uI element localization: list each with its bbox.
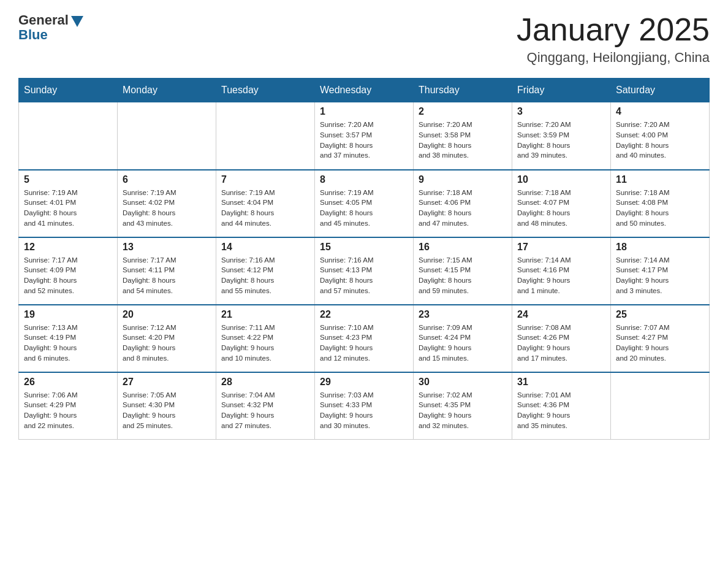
calendar-header-row: SundayMondayTuesdayWednesdayThursdayFrid… [19,79,710,102]
day-number: 31 [517,377,605,388]
day-number: 2 [419,106,507,117]
calendar-cell [216,102,315,170]
day-info: Sunrise: 7:10 AM Sunset: 4:23 PM Dayligh… [320,323,408,364]
weekday-header-tuesday: Tuesday [216,79,315,102]
day-info: Sunrise: 7:20 AM Sunset: 3:59 PM Dayligh… [517,120,605,161]
day-number: 25 [616,309,704,320]
calendar-cell: 15Sunrise: 7:16 AM Sunset: 4:13 PM Dayli… [315,237,414,305]
calendar-week-row: 12Sunrise: 7:17 AM Sunset: 4:09 PM Dayli… [19,237,710,305]
day-number: 12 [24,242,112,253]
day-number: 29 [320,377,408,388]
calendar-table: SundayMondayTuesdayWednesdayThursdayFrid… [18,78,710,440]
day-number: 20 [123,309,211,320]
weekday-header-friday: Friday [512,79,611,102]
logo-blue-text: Blue [18,27,48,43]
day-number: 10 [517,174,605,185]
day-info: Sunrise: 7:20 AM Sunset: 3:58 PM Dayligh… [419,120,507,161]
day-info: Sunrise: 7:14 AM Sunset: 4:17 PM Dayligh… [616,255,704,296]
day-number: 11 [616,174,704,185]
day-info: Sunrise: 7:04 AM Sunset: 4:32 PM Dayligh… [221,390,309,431]
day-number: 17 [517,242,605,253]
calendar-cell: 4Sunrise: 7:20 AM Sunset: 4:00 PM Daylig… [611,102,710,170]
day-info: Sunrise: 7:07 AM Sunset: 4:27 PM Dayligh… [616,323,704,364]
day-number: 4 [616,106,704,117]
page-header: General Blue January 2025 Qinggang, Heil… [18,12,710,66]
day-info: Sunrise: 7:03 AM Sunset: 4:33 PM Dayligh… [320,390,408,431]
day-info: Sunrise: 7:18 AM Sunset: 4:07 PM Dayligh… [517,188,605,229]
calendar-cell: 1Sunrise: 7:20 AM Sunset: 3:57 PM Daylig… [315,102,414,170]
day-info: Sunrise: 7:19 AM Sunset: 4:04 PM Dayligh… [221,188,309,229]
day-number: 9 [419,174,507,185]
logo-general-text: General [18,12,69,28]
calendar-cell: 7Sunrise: 7:19 AM Sunset: 4:04 PM Daylig… [216,170,315,237]
calendar-week-row: 5Sunrise: 7:19 AM Sunset: 4:01 PM Daylig… [19,170,710,237]
day-number: 23 [419,309,507,320]
calendar-cell: 31Sunrise: 7:01 AM Sunset: 4:36 PM Dayli… [512,372,611,440]
calendar-cell: 12Sunrise: 7:17 AM Sunset: 4:09 PM Dayli… [19,237,118,305]
day-info: Sunrise: 7:13 AM Sunset: 4:19 PM Dayligh… [24,323,112,364]
day-number: 19 [24,309,112,320]
day-info: Sunrise: 7:09 AM Sunset: 4:24 PM Dayligh… [419,323,507,364]
day-info: Sunrise: 7:02 AM Sunset: 4:35 PM Dayligh… [419,390,507,431]
day-info: Sunrise: 7:18 AM Sunset: 4:06 PM Dayligh… [419,188,507,229]
weekday-header-thursday: Thursday [414,79,512,102]
day-number: 30 [419,377,507,388]
calendar-cell: 11Sunrise: 7:18 AM Sunset: 4:08 PM Dayli… [611,170,710,237]
calendar-cell: 6Sunrise: 7:19 AM Sunset: 4:02 PM Daylig… [118,170,216,237]
calendar-cell [611,372,710,440]
day-number: 15 [320,242,408,253]
weekday-header-saturday: Saturday [611,79,710,102]
calendar-cell: 27Sunrise: 7:05 AM Sunset: 4:30 PM Dayli… [118,372,216,440]
calendar-cell: 17Sunrise: 7:14 AM Sunset: 4:16 PM Dayli… [512,237,611,305]
day-info: Sunrise: 7:17 AM Sunset: 4:09 PM Dayligh… [24,255,112,296]
logo-triangle-icon [71,16,83,27]
logo: General Blue [18,12,83,43]
calendar-cell: 14Sunrise: 7:16 AM Sunset: 4:12 PM Dayli… [216,237,315,305]
day-number: 3 [517,106,605,117]
calendar-cell: 13Sunrise: 7:17 AM Sunset: 4:11 PM Dayli… [118,237,216,305]
calendar-cell: 25Sunrise: 7:07 AM Sunset: 4:27 PM Dayli… [611,305,710,372]
calendar-week-row: 26Sunrise: 7:06 AM Sunset: 4:29 PM Dayli… [19,372,710,440]
day-info: Sunrise: 7:20 AM Sunset: 4:00 PM Dayligh… [616,120,704,161]
calendar-cell: 24Sunrise: 7:08 AM Sunset: 4:26 PM Dayli… [512,305,611,372]
weekday-header-sunday: Sunday [19,79,118,102]
calendar-cell: 28Sunrise: 7:04 AM Sunset: 4:32 PM Dayli… [216,372,315,440]
month-year-title: January 2025 [517,12,710,47]
calendar-cell: 21Sunrise: 7:11 AM Sunset: 4:22 PM Dayli… [216,305,315,372]
calendar-cell: 22Sunrise: 7:10 AM Sunset: 4:23 PM Dayli… [315,305,414,372]
day-info: Sunrise: 7:18 AM Sunset: 4:08 PM Dayligh… [616,188,704,229]
calendar-week-row: 19Sunrise: 7:13 AM Sunset: 4:19 PM Dayli… [19,305,710,372]
day-number: 21 [221,309,309,320]
calendar-cell: 20Sunrise: 7:12 AM Sunset: 4:20 PM Dayli… [118,305,216,372]
day-info: Sunrise: 7:01 AM Sunset: 4:36 PM Dayligh… [517,390,605,431]
day-info: Sunrise: 7:05 AM Sunset: 4:30 PM Dayligh… [123,390,211,431]
calendar-cell: 2Sunrise: 7:20 AM Sunset: 3:58 PM Daylig… [414,102,512,170]
day-info: Sunrise: 7:19 AM Sunset: 4:01 PM Dayligh… [24,188,112,229]
day-info: Sunrise: 7:19 AM Sunset: 4:02 PM Dayligh… [123,188,211,229]
day-number: 28 [221,377,309,388]
day-number: 6 [123,174,211,185]
day-number: 7 [221,174,309,185]
day-number: 18 [616,242,704,253]
day-info: Sunrise: 7:11 AM Sunset: 4:22 PM Dayligh… [221,323,309,364]
day-info: Sunrise: 7:16 AM Sunset: 4:13 PM Dayligh… [320,255,408,296]
day-number: 27 [123,377,211,388]
day-number: 13 [123,242,211,253]
calendar-cell [19,102,118,170]
calendar-cell: 19Sunrise: 7:13 AM Sunset: 4:19 PM Dayli… [19,305,118,372]
day-info: Sunrise: 7:14 AM Sunset: 4:16 PM Dayligh… [517,255,605,296]
day-info: Sunrise: 7:19 AM Sunset: 4:05 PM Dayligh… [320,188,408,229]
calendar-cell: 29Sunrise: 7:03 AM Sunset: 4:33 PM Dayli… [315,372,414,440]
day-number: 14 [221,242,309,253]
day-info: Sunrise: 7:06 AM Sunset: 4:29 PM Dayligh… [24,390,112,431]
day-number: 8 [320,174,408,185]
day-info: Sunrise: 7:16 AM Sunset: 4:12 PM Dayligh… [221,255,309,296]
day-info: Sunrise: 7:12 AM Sunset: 4:20 PM Dayligh… [123,323,211,364]
calendar-cell: 9Sunrise: 7:18 AM Sunset: 4:06 PM Daylig… [414,170,512,237]
calendar-cell: 16Sunrise: 7:15 AM Sunset: 4:15 PM Dayli… [414,237,512,305]
calendar-cell: 26Sunrise: 7:06 AM Sunset: 4:29 PM Dayli… [19,372,118,440]
day-number: 16 [419,242,507,253]
day-number: 24 [517,309,605,320]
day-number: 1 [320,106,408,117]
day-number: 22 [320,309,408,320]
